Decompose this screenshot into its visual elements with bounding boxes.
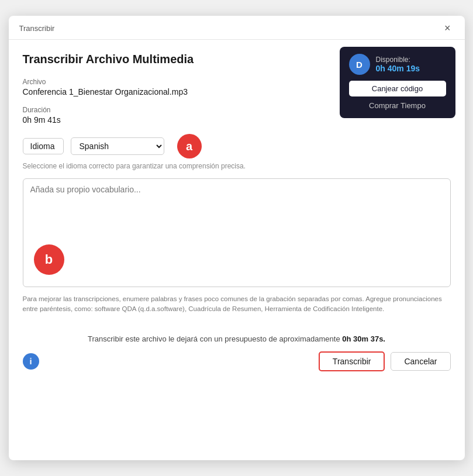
title-bar-text: Transcribir <box>19 24 55 33</box>
budget-text: Transcribir este archivo le dejará con u… <box>9 334 465 343</box>
title-bar: Transcribir × <box>9 16 465 40</box>
comprar-tiempo-link[interactable]: Comprar Tiempo <box>349 101 446 110</box>
budget-prefix: Transcribir este archivo le dejará con u… <box>88 334 342 343</box>
hint-text: Para mejorar las transcripciones, enumer… <box>23 294 451 315</box>
info-card: D Disponible: 0h 40m 19s Canjear código … <box>340 47 455 118</box>
cancelar-button[interactable]: Cancelar <box>391 352 450 371</box>
dialog-content: Transcribir Archivo Multimedia D Disponi… <box>9 40 465 334</box>
language-help-text: Seleccione el idioma correcto para garan… <box>23 162 451 170</box>
info-icon[interactable]: i <box>23 353 39 370</box>
disponible-block: Disponible: 0h 40m 19s <box>376 56 420 73</box>
idioma-label: Idioma <box>23 138 64 154</box>
dialog-transcribir: Transcribir × Transcribir Archivo Multim… <box>9 16 465 460</box>
info-card-top: D Disponible: 0h 40m 19s <box>349 54 446 75</box>
avatar: D <box>349 54 370 75</box>
canjear-codigo-button[interactable]: Canjear código <box>349 81 446 96</box>
language-select[interactable]: Spanish English French Portuguese German <box>71 137 164 155</box>
language-row: Idioma Spanish English French Portuguese… <box>23 134 451 158</box>
annotation-a: a <box>177 134 202 158</box>
close-button[interactable]: × <box>441 22 454 35</box>
vocabulary-wrapper: b <box>23 178 451 287</box>
disponible-time: 0h 40m 19s <box>376 64 420 73</box>
budget-bold: 0h 30m 37s. <box>342 334 385 343</box>
disponible-label: Disponible: <box>376 56 420 64</box>
vocabulary-textarea[interactable] <box>30 185 443 278</box>
button-row: i Transcribir Cancelar <box>9 351 465 382</box>
transcribir-button[interactable]: Transcribir <box>319 351 385 371</box>
annotation-b: b <box>34 244 64 275</box>
